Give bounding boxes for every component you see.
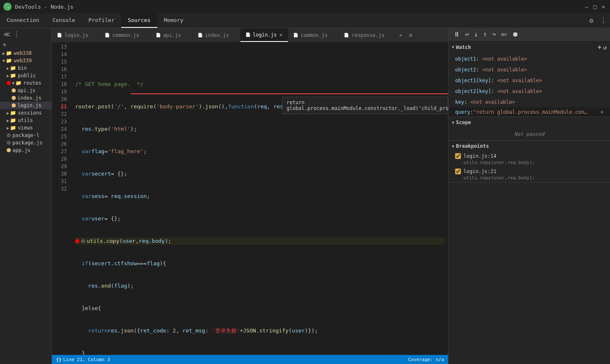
sidebar-more-btn[interactable]: ⋮ — [12, 30, 21, 38]
minimize-button[interactable]: — — [583, 3, 590, 10]
bp-check-1[interactable] — [455, 153, 461, 159]
tab-response-js[interactable]: 📄 response.js × — [339, 28, 396, 42]
sidebar-item-web339[interactable]: ▼ 📁 web339 — [0, 57, 51, 64]
sidebar-item-utils[interactable]: ▶ 📁 utils — [0, 117, 51, 124]
folder-icon-public: 📁 — [10, 73, 16, 78]
tab-label-index: index.js — [205, 32, 229, 38]
sidebar-item-bin[interactable]: ▶ 📁 bin — [0, 64, 51, 72]
sidebar-item-index-js[interactable]: index.js — [0, 94, 51, 102]
more-icon[interactable]: ⋮ — [600, 17, 607, 24]
code-content[interactable]: /* GET home page. */ router.post('/', re… — [72, 42, 448, 355]
bp-check-2[interactable] — [455, 169, 461, 174]
debug-step-over-btn[interactable]: ↩ — [463, 29, 471, 39]
watch-item-key: key: <not available> — [448, 97, 610, 107]
folder-icon-utils: 📁 — [10, 117, 16, 123]
watch-section-header[interactable]: ▼ Watch + ↺ — [448, 41, 610, 54]
tab-more-btn[interactable]: » — [396, 28, 405, 42]
debug-continue-btn[interactable]: ↷ — [490, 29, 498, 39]
title-text: DevTools - Node.js — [15, 4, 73, 10]
watch-section: ▼ Watch + ↺ object1: <not available> obj… — [448, 41, 610, 117]
file-dot-app — [7, 148, 11, 152]
title-bar: 🔧 DevTools - Node.js — □ ✕ — [0, 0, 610, 13]
sidebar-chevron-left[interactable]: ≪ — [2, 30, 11, 38]
code-container: 13 14 15 16 17 18 19 20 21 22 23 24 25 2… — [52, 42, 448, 355]
sidebar-label-web339: web339 — [14, 58, 32, 64]
sidebar-item-package-l[interactable]: package-l — [0, 132, 51, 139]
folder-icon-views: 📁 — [10, 125, 16, 131]
tab-connection[interactable]: Connection — [0, 13, 46, 28]
tab-profiler[interactable]: Profiler — [82, 13, 121, 28]
tab-icon-common2: 📄 — [293, 33, 298, 37]
status-coverage: Coverage: n/a — [408, 357, 444, 362]
sidebar-label-public: public — [18, 73, 36, 78]
sidebar-label-login-js: login.js — [17, 103, 42, 108]
bp-item-2: login.js:21 utils.copy(user,req.body); — [448, 167, 610, 182]
watch-chevron: ▼ — [452, 45, 454, 49]
tab-api-js[interactable]: 📄 api.js × — [151, 28, 193, 42]
maximize-button[interactable]: □ — [592, 3, 598, 10]
tab-sources[interactable]: Sources — [121, 13, 157, 28]
code-line-16: res.type('html'); — [75, 125, 445, 133]
tab-label-common2: common.js — [301, 32, 328, 38]
debug-blackbox-btn[interactable]: ≡> — [500, 31, 509, 38]
sidebar-item-web338[interactable]: ▶ 📁 web338 — [0, 49, 51, 57]
folder-icon-bin: 📁 — [10, 65, 16, 71]
code-line-23: res.end(flag); — [75, 282, 445, 290]
watch-item-object1: object1: <not available> — [448, 54, 610, 64]
debug-step-out-btn[interactable]: ↑ — [481, 29, 489, 39]
tab-label-api: api.js — [163, 32, 181, 38]
breakpoints-header[interactable]: ▼ Breakpoints — [448, 141, 610, 151]
breakpoints-section: ▼ Breakpoints login.js:14 utils.copy(use… — [448, 141, 610, 183]
tab-index-js[interactable]: 📄 index.js × — [193, 28, 240, 42]
watch-title: Watch — [456, 44, 471, 50]
status-left: {} Line 21, Column 3 — [56, 357, 110, 362]
debug-step-into-btn[interactable]: ↓ — [473, 29, 480, 39]
watch-item-close[interactable]: × — [600, 109, 603, 115]
sidebar-item-public[interactable]: ▶ 📁 public — [0, 72, 51, 79]
watch-item-query[interactable]: query: "return global.process.mainModule… — [448, 107, 610, 117]
tab-console[interactable]: Console — [46, 13, 82, 28]
sidebar-item-routes[interactable]: ▼ 📁 routes — [0, 79, 51, 87]
bp-checkbox-1: login.js:14 — [455, 153, 603, 159]
sidebar-item-api-js[interactable]: api.js — [0, 87, 51, 94]
watch-refresh-btn[interactable]: ↺ — [603, 44, 607, 51]
sidebar-label-app-js: app.js — [12, 147, 30, 153]
close-button[interactable]: ✕ — [600, 3, 607, 10]
sidebar-label-package-js: package.js — [12, 140, 42, 146]
bp-chevron: ▼ — [452, 144, 454, 149]
chevron-right-icon: ▶ — [7, 111, 9, 115]
chevron-right-icon: ▶ — [7, 126, 9, 130]
file-dot-api — [12, 88, 16, 93]
sidebar-item-views[interactable]: ▶ 📁 views — [0, 124, 51, 132]
sidebar-item-app-js[interactable]: app.js — [0, 147, 51, 154]
file-dot-pkg — [7, 141, 11, 145]
tab-memory[interactable]: Memory — [157, 13, 190, 28]
debug-record-btn[interactable]: ⏺ — [510, 29, 520, 39]
file-dot-index — [12, 96, 16, 100]
watch-add-btn[interactable]: + — [598, 43, 602, 51]
breakpoint-dot — [7, 81, 11, 85]
settings-icon[interactable]: ⚙ — [589, 17, 593, 24]
tab-panel-btn[interactable]: ⊡ — [406, 28, 416, 42]
tab-close-login-active[interactable]: × — [279, 32, 283, 38]
tooltip-text: return global.process.mainModule.constru… — [287, 100, 448, 111]
debug-pause-btn[interactable]: ⏸ — [452, 29, 462, 39]
line-numbers: 13 14 15 16 17 18 19 20 21 22 23 24 25 2… — [52, 42, 72, 355]
tab-login-js-active[interactable]: 📄 login.js × — [240, 28, 288, 42]
scope-content: Not paused — [448, 128, 610, 140]
code-line-13 — [75, 58, 445, 66]
tab-common-js-1[interactable]: 📄 common.js × — [100, 28, 150, 42]
sidebar-item-package-js[interactable]: package.js — [0, 139, 51, 147]
tab-login-js-1[interactable]: 📄 login.js × — [52, 28, 100, 42]
code-line-19: var sess = req.session; — [75, 193, 445, 200]
tab-common-js-2[interactable]: 📄 common.js × — [288, 28, 339, 42]
tab-label-common1: common.js — [112, 32, 139, 38]
scope-header[interactable]: ▼ Scope — [448, 117, 610, 128]
right-panel: ⏸ ↩ ↓ ↑ ↷ ≡> ⏺ ▼ Watch + ↺ object1: <not… — [448, 28, 610, 364]
sidebar-item-login-js[interactable]: login.js — [0, 102, 51, 109]
code-line-20: var user = {}; — [75, 215, 445, 222]
sidebar-add[interactable]: + — [0, 40, 51, 49]
sidebar-item-sessions[interactable]: ▶ 📁 sessions — [0, 109, 51, 117]
tab-icon-response: 📄 — [344, 33, 349, 37]
scope-section: ▼ Scope Not paused — [448, 117, 610, 141]
